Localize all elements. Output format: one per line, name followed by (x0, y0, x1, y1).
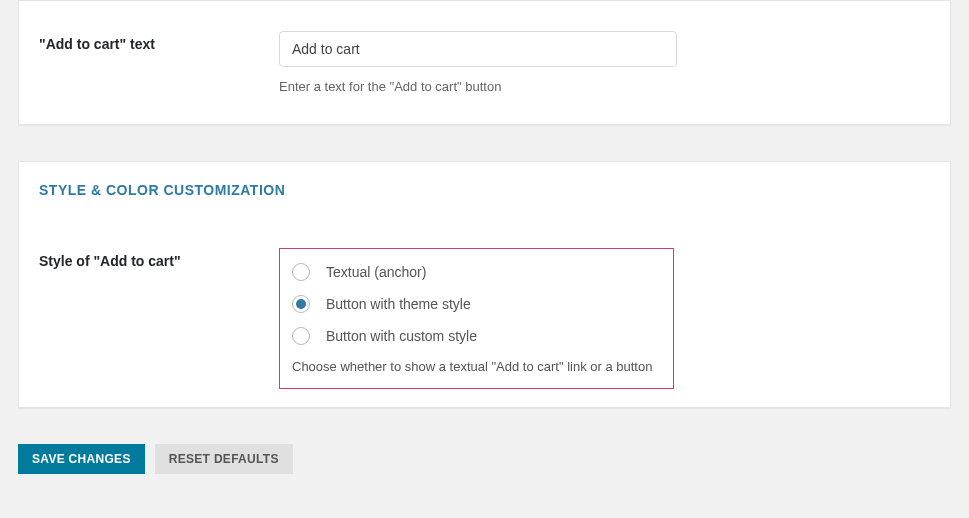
add-to-cart-text-panel: "Add to cart" text Enter a text for the … (18, 0, 951, 125)
actions-bar: SAVE CHANGES RESET DEFAULTS (18, 444, 951, 474)
radio-icon (292, 263, 310, 281)
radio-label: Button with theme style (326, 296, 471, 312)
section-title-style-color: STYLE & COLOR CUSTOMIZATION (39, 182, 930, 198)
radio-icon (292, 327, 310, 345)
radio-option-custom-style[interactable]: Button with custom style (292, 327, 661, 345)
style-options-highlight: Textual (anchor) Button with theme style… (279, 248, 674, 389)
form-row-style: Style of "Add to cart" Textual (anchor) … (39, 248, 930, 389)
radio-label: Textual (anchor) (326, 264, 426, 280)
reset-defaults-button[interactable]: RESET DEFAULTS (155, 444, 293, 474)
style-color-panel: STYLE & COLOR CUSTOMIZATION Style of "Ad… (18, 161, 951, 408)
form-row-add-to-cart-text: "Add to cart" text Enter a text for the … (39, 31, 930, 94)
save-button[interactable]: SAVE CHANGES (18, 444, 145, 474)
form-control-wrap-style: Textual (anchor) Button with theme style… (279, 248, 930, 389)
field-label-style: Style of "Add to cart" (39, 248, 279, 269)
radio-option-textual[interactable]: Textual (anchor) (292, 263, 661, 281)
help-text-style: Choose whether to show a textual "Add to… (292, 359, 661, 374)
field-label-add-to-cart-text: "Add to cart" text (39, 31, 279, 52)
form-control-wrap: Enter a text for the "Add to cart" butto… (279, 31, 930, 94)
radio-label: Button with custom style (326, 328, 477, 344)
help-text-add-to-cart: Enter a text for the "Add to cart" butto… (279, 79, 930, 94)
radio-option-theme-style[interactable]: Button with theme style (292, 295, 661, 313)
radio-icon (292, 295, 310, 313)
add-to-cart-text-input[interactable] (279, 31, 677, 67)
